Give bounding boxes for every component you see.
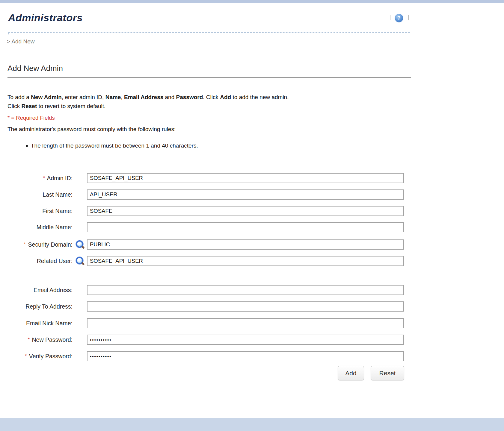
required-asterisk: *	[28, 337, 30, 342]
icon-slot	[73, 351, 87, 361]
icon-slot	[73, 285, 87, 295]
verify-password-input[interactable]	[87, 351, 404, 361]
dashed-divider-tick	[8, 32, 9, 34]
bullet-icon	[26, 145, 28, 147]
magnifier-handle	[81, 262, 84, 265]
help-icon[interactable]: ?	[395, 14, 403, 22]
administrators-page: Administrators ? > Add New Add New Admin…	[0, 0, 504, 431]
form-row-email-address: Email Address:	[0, 285, 404, 295]
field-label: * Verify Password:	[0, 353, 73, 360]
icon-slot	[73, 206, 87, 216]
field-label: Middle Name:	[0, 224, 73, 231]
related-user-input[interactable]	[87, 256, 404, 266]
magnifier-handle	[81, 245, 84, 249]
form-row-security-domain: * Security Domain:	[0, 239, 404, 250]
breadcrumb: > Add New	[7, 38, 34, 45]
heading-rule	[7, 77, 411, 78]
header-separator	[390, 15, 390, 20]
form-row-verify-password: * Verify Password:	[0, 351, 404, 361]
field-label: Related User:	[0, 258, 73, 265]
form-row-new-password: * New Password:	[0, 335, 404, 345]
form-row-related-user: Related User:	[0, 256, 404, 266]
top-accent-bar	[0, 0, 504, 3]
form-row-last-name: Last Name:	[0, 189, 404, 200]
field-label: Email Nick Name:	[0, 320, 73, 327]
password-rule-item: The length of the password must be betwe…	[31, 142, 198, 149]
field-label: * Admin ID:	[0, 175, 73, 182]
icon-slot	[73, 173, 87, 183]
icon-slot	[73, 222, 87, 232]
form-row-reply-to-address: Reply To Address:	[0, 301, 404, 312]
form-row-email-nick-name: Email Nick Name:	[0, 318, 404, 328]
field-label: First Name:	[0, 208, 73, 215]
related-user-lookup-icon[interactable]	[76, 257, 84, 265]
bottom-accent-bar	[0, 418, 504, 431]
field-label: Last Name:	[0, 191, 73, 198]
security-domain-lookup-icon[interactable]	[76, 240, 84, 249]
admin-id-input[interactable]	[87, 173, 404, 183]
form-row-admin-id: * Admin ID:	[0, 173, 404, 183]
section-heading: Add New Admin	[7, 64, 63, 73]
icon-slot	[73, 318, 87, 328]
icon-slot	[73, 239, 87, 250]
field-label: Email Address:	[0, 287, 73, 294]
form-row-middle-name: Middle Name:	[0, 222, 404, 232]
email-nick-name-input[interactable]	[87, 318, 404, 328]
field-label: Reply To Address:	[0, 303, 73, 310]
icon-slot	[73, 335, 87, 345]
security-domain-input[interactable]	[87, 239, 404, 250]
required-asterisk: *	[24, 242, 26, 247]
page-title: Administrators	[8, 12, 83, 24]
required-asterisk: *	[25, 353, 27, 359]
email-address-input[interactable]	[87, 285, 404, 295]
help-glyph: ?	[397, 15, 400, 21]
header-separator	[408, 15, 409, 20]
icon-slot	[73, 189, 87, 200]
new-password-input[interactable]	[87, 335, 404, 345]
intro-line-2: Click Reset to revert to system default.	[7, 103, 105, 110]
required-fields-note: * = Required Fields	[7, 115, 55, 121]
reset-button[interactable]: Reset	[371, 366, 404, 380]
form-row-first-name: First Name:	[0, 206, 404, 216]
reply-to-address-input[interactable]	[87, 301, 404, 312]
icon-slot	[73, 256, 87, 266]
required-asterisk: *	[43, 175, 45, 181]
add-button[interactable]: Add	[338, 366, 364, 380]
dashed-divider	[8, 32, 410, 33]
field-label: * New Password:	[0, 336, 73, 343]
first-name-input[interactable]	[87, 206, 404, 216]
password-rules-intro: The administrator's password must comply…	[7, 126, 176, 133]
last-name-input[interactable]	[87, 189, 404, 200]
middle-name-input[interactable]	[87, 222, 404, 232]
field-label: * Security Domain:	[0, 241, 73, 248]
intro-line-1: To add a New Admin, enter admin ID, Name…	[7, 94, 289, 101]
icon-slot	[73, 301, 87, 312]
